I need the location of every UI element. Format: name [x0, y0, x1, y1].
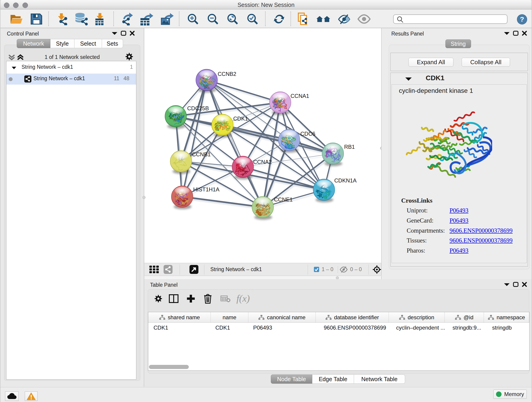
- svg-text:CCNA2: CCNA2: [253, 159, 272, 165]
- svg-text:CDK1: CDK1: [233, 115, 248, 122]
- svg-text:CDC25B: CDC25B: [187, 105, 209, 111]
- svg-text:CCNB2: CCNB2: [218, 71, 236, 77]
- svg-text:CDC6: CDC6: [300, 131, 315, 137]
- svg-text:?: ?: [520, 15, 524, 23]
- svg-text:CCNE1: CCNE1: [274, 196, 293, 203]
- svg-text:HIST1H1A: HIST1H1A: [193, 186, 220, 192]
- svg-text:CDKN1A: CDKN1A: [334, 177, 356, 184]
- svg-text:CCNA1: CCNA1: [291, 93, 309, 99]
- svg-text:CCNB1: CCNB1: [192, 151, 210, 157]
- svg-text:RB1: RB1: [344, 144, 355, 150]
